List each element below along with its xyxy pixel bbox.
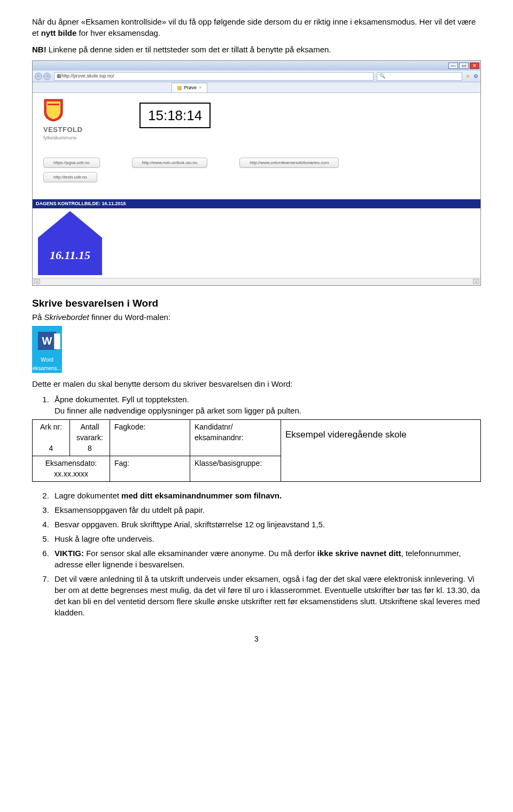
back-button[interactable]: ← [35, 73, 42, 80]
step6-bold: VIKTIG: [55, 549, 84, 558]
step2a: Lagre dokumentet [55, 491, 121, 500]
tab-label: Prøve [184, 84, 197, 91]
address-bar-row: ← → ▦ http://prove.skole.top.no/ 🔍 ★ ⚙ [33, 71, 480, 82]
tab-favicon [177, 86, 182, 90]
svg-rect-0 [48, 104, 59, 105]
step-2: Lagre dokumentet med ditt eksaminandnumm… [51, 490, 481, 501]
header-template-table: Ark nr: 4 Antall svarark: 8 Fagkode: Kan… [32, 419, 481, 482]
word-subline-a: På [32, 313, 44, 322]
url-text: http://prove.skole.top.no/ [61, 73, 114, 80]
tab-strip: Prøve × [33, 82, 480, 93]
word-desktop-icon[interactable]: W Word eksamens... [32, 326, 481, 373]
url-input[interactable]: ▦ http://prove.skole.top.no/ [54, 72, 374, 81]
daily-control-bar: DAGENS KONTROLLBILDE: 16.11.2015 [33, 199, 480, 208]
word-subline-c: finner du Word-malen: [89, 313, 170, 322]
step-5: Husk å lagre ofte underveis. [51, 533, 481, 544]
favorites-icon[interactable]: ★ [465, 73, 470, 80]
step-1b: Du finner alle nødvendige opplysninger p… [55, 406, 301, 415]
intro-paragraph: Når du åpner «Eksamen kontrollside» vil … [32, 16, 481, 38]
antall-l1: Antall [80, 423, 99, 431]
step-7: Det vil være anledning til å ta utskrift… [51, 573, 481, 618]
maximize-button[interactable]: ▭ [459, 63, 469, 69]
dato-label: Eksamensdato: [45, 459, 97, 467]
allowed-link-3[interactable]: http://www.oxfordlearnersdictionaries.co… [239, 158, 339, 168]
intro-nb: NB! Linkene på denne siden er til nettst… [32, 44, 481, 55]
step-3: Eksamensoppgaven får du utdelt på papir. [51, 504, 481, 516]
cell-kandidat: Kandidatnr/ eksaminandnr: [190, 420, 281, 456]
cell-klasse: Klasse/basisgruppe: [190, 456, 281, 482]
forward-button[interactable]: → [43, 73, 51, 80]
step-4: Besvar oppgaven. Bruk skrifttype Arial, … [51, 519, 481, 530]
window-titlebar: — ▭ ✕ [33, 61, 480, 71]
close-button[interactable]: ✕ [470, 63, 479, 69]
word-subline: På Skrivebordet finner du Word-malen: [32, 311, 481, 323]
house-date-text: 16.11.15 [50, 248, 90, 262]
logo-title: VESTFOLD [43, 125, 82, 135]
step-1a: Åpne dokumentet. Fyll ut toppteksten. [55, 395, 189, 404]
step6-rest: For sensor skal alle eksaminander være a… [84, 549, 317, 558]
allowed-link-4[interactable]: http://lexin.udir.no [43, 172, 97, 182]
cell-fagkode: Fagkode: [110, 420, 190, 456]
word-icon-label1: Word [32, 356, 62, 364]
horizontal-scrollbar[interactable]: ‹ › [33, 278, 480, 285]
step-6: VIKTIG: For sensor skal alle eksaminande… [51, 548, 481, 570]
search-icon: 🔍 [379, 73, 385, 80]
clock-display: 15:18:14 [139, 103, 211, 128]
allowed-link-1[interactable]: https://pgsa.udir.no [43, 158, 100, 168]
step6-bold2: ikke skrive navnet ditt [317, 549, 401, 558]
table-row: Ark nr: 4 Antall svarark: 8 Fagkode: Kan… [33, 420, 481, 456]
intro-line1b: nytt bilde [41, 28, 77, 37]
arknr-value: 4 [49, 444, 53, 452]
cell-school: Eksempel videregående skole [281, 420, 481, 482]
shield-icon [43, 98, 64, 122]
steps-list-part1: Åpne dokumentet. Fyll ut toppteksten. Du… [51, 394, 481, 416]
browser-tab[interactable]: Prøve × [172, 83, 207, 92]
word-tile: W [32, 326, 62, 356]
browser-viewport: VESTFOLD fylkeskommune 15:18:14 https://… [33, 93, 480, 198]
svg-marker-1 [38, 211, 102, 275]
search-input[interactable]: 🔍 [377, 72, 462, 81]
antall-l2: svarark: [76, 433, 103, 442]
word-after-icon-text: Dette er malen du skal benytte dersom du… [32, 378, 481, 389]
logo-subtitle: fylkeskommune [43, 135, 82, 142]
step2b: med ditt eksaminandnummer som filnavn. [121, 491, 282, 500]
browser-screenshot: — ▭ ✕ ← → ▦ http://prove.skole.top.no/ 🔍… [32, 60, 481, 286]
word-section-heading: Skrive besvarelsen i Word [32, 296, 481, 311]
allowed-link-2[interactable]: http://www.nob-ordbok.uio.no [132, 158, 208, 168]
county-logo: VESTFOLD fylkeskommune [43, 98, 470, 142]
cell-arknr: Ark nr: 4 [33, 420, 70, 456]
allowed-links-row1: https://pgsa.udir.no http://www.nob-ordb… [43, 158, 470, 168]
kandidat-l2: eksaminandnr: [195, 433, 244, 442]
settings-icon[interactable]: ⚙ [473, 73, 478, 80]
house-shape: 16.11.15 [33, 208, 480, 278]
intro-line1c: for hver eksamensdag. [76, 28, 160, 37]
word-subline-italic: Skrivebordet [44, 313, 89, 322]
page-number: 3 [32, 634, 481, 645]
word-w-icon: W [38, 332, 56, 350]
dato-value: xx.xx.xxxx [54, 470, 88, 478]
scroll-left-icon[interactable]: ‹ [34, 279, 40, 284]
word-icon-label2: eksamens... [32, 364, 62, 373]
step-1: Åpne dokumentet. Fyll ut toppteksten. Du… [51, 394, 481, 416]
cell-antall: Antall svarark: 8 [70, 420, 110, 456]
cell-eksamensdato: Eksamensdato: xx.xx.xxxx [33, 456, 110, 482]
allowed-links-row2: http://lexin.udir.no [43, 172, 470, 182]
antall-l3: 8 [88, 444, 92, 452]
minimize-button[interactable]: — [448, 63, 458, 69]
arknr-label: Ark nr: [40, 423, 62, 431]
tab-close-icon[interactable]: × [199, 84, 201, 91]
intro-nb-rest: Linkene på denne siden er til nettsteder… [46, 45, 331, 54]
intro-nb-bold: NB! [32, 45, 46, 54]
kandidat-l1: Kandidatnr/ [195, 423, 233, 431]
nav-arrows: ← → [35, 73, 51, 80]
cell-fag: Fag: [110, 456, 190, 482]
page-icon: ▦ [57, 73, 61, 80]
scroll-right-icon[interactable]: › [473, 279, 479, 284]
steps-list-part2: Lagre dokumentet med ditt eksaminandnumm… [51, 490, 481, 618]
